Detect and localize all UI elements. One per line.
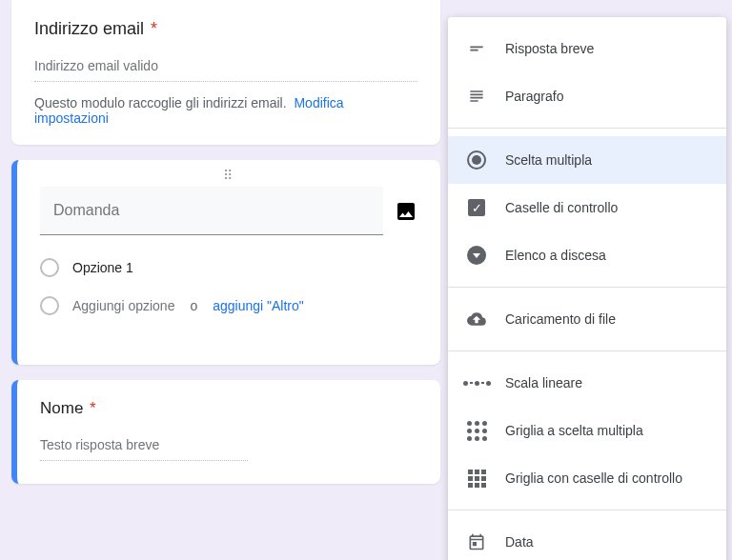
option-1-text[interactable]: Opzione 1	[72, 260, 133, 275]
name-title: Nome *	[40, 399, 417, 418]
radio-icon	[40, 258, 59, 277]
date-icon	[465, 530, 488, 553]
menu-date[interactable]: Data	[448, 518, 726, 560]
paragraph-icon	[465, 85, 488, 108]
menu-checkboxes-label: Caselle di controllo	[505, 200, 618, 215]
drag-handle-icon[interactable]: ⠿	[223, 168, 234, 183]
file-upload-icon	[465, 308, 488, 330]
email-input-placeholder: Indirizzo email valido	[34, 52, 417, 82]
menu-paragraph[interactable]: Paragrafo	[448, 72, 726, 120]
linear-scale-icon	[465, 371, 488, 394]
menu-paragraph-label: Paragrafo	[505, 89, 563, 104]
add-option-link[interactable]: Aggiungi opzione	[72, 298, 174, 313]
menu-multiple-choice-label: Scelta multipla	[505, 152, 592, 168]
name-question-card[interactable]: Nome * Testo risposta breve	[11, 380, 440, 484]
menu-checkboxes[interactable]: ✓ Caselle di controllo	[448, 184, 726, 231]
menu-divider	[448, 128, 726, 129]
required-asterisk: *	[151, 19, 157, 38]
required-asterisk: *	[90, 399, 96, 417]
menu-divider	[448, 510, 726, 510]
dropdown-icon	[465, 244, 488, 267]
add-other-link[interactable]: aggiungi "Altro"	[213, 298, 304, 313]
menu-mc-grid[interactable]: Griglia a scelta multipla	[448, 407, 726, 454]
menu-checkbox-grid[interactable]: Griglia con caselle di controllo	[448, 454, 726, 502]
menu-linear-scale-label: Scala lineare	[505, 375, 582, 390]
name-answer-placeholder: Testo risposta breve	[40, 431, 248, 461]
menu-file-upload[interactable]: Caricamento di file	[448, 295, 726, 343]
email-collection-card: Indirizzo email * Indirizzo email valido…	[11, 0, 440, 145]
option-row-1[interactable]: Opzione 1	[40, 258, 417, 277]
checkbox-grid-icon	[465, 467, 488, 490]
question-editor-card[interactable]: ⠿ Opzione 1 Aggiungi opzione o aggiungi …	[11, 160, 440, 365]
menu-multiple-choice[interactable]: Scelta multipla	[448, 136, 726, 184]
checkboxes-icon: ✓	[465, 196, 488, 219]
menu-checkbox-grid-label: Griglia con caselle di controllo	[505, 470, 682, 486]
or-text: o	[190, 298, 197, 313]
short-answer-icon	[465, 37, 488, 60]
menu-linear-scale[interactable]: Scala lineare	[448, 359, 726, 407]
email-helper-row: Questo modulo raccoglie gli indirizzi em…	[34, 95, 417, 126]
add-image-icon[interactable]	[395, 200, 417, 223]
mc-grid-icon	[465, 419, 488, 442]
email-helper-text: Questo modulo raccoglie gli indirizzi em…	[34, 95, 287, 110]
name-title-text: Nome	[40, 399, 83, 417]
menu-file-upload-label: Caricamento di file	[505, 311, 616, 327]
menu-short-answer[interactable]: Risposta breve	[448, 25, 726, 72]
menu-date-label: Data	[505, 534, 534, 550]
email-title-text: Indirizzo email	[34, 19, 144, 38]
multiple-choice-icon	[465, 149, 488, 171]
radio-icon	[40, 296, 59, 315]
email-title: Indirizzo email *	[34, 19, 417, 39]
menu-short-answer-label: Risposta breve	[505, 41, 594, 56]
menu-divider	[448, 287, 726, 288]
menu-divider	[448, 350, 726, 351]
question-type-dropdown[interactable]: Risposta breve Paragrafo Scelta multipla…	[448, 17, 726, 560]
add-option-row: Aggiungi opzione o aggiungi "Altro"	[40, 296, 417, 315]
menu-dropdown[interactable]: Elenco a discesa	[448, 231, 726, 279]
question-title-input[interactable]	[40, 187, 383, 235]
menu-dropdown-label: Elenco a discesa	[505, 248, 606, 263]
menu-mc-grid-label: Griglia a scelta multipla	[505, 423, 643, 438]
